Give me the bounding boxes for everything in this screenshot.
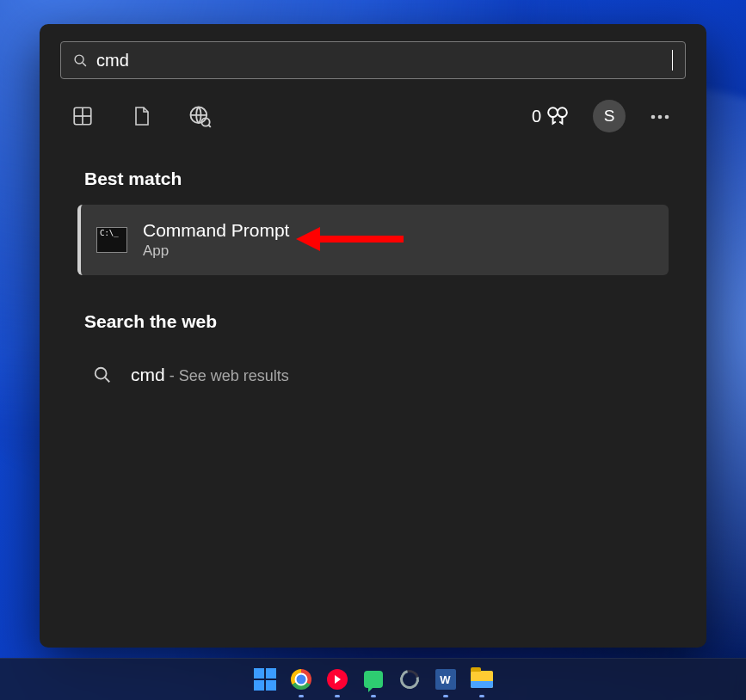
result-name: Command Prompt	[143, 220, 289, 241]
chrome-icon	[291, 669, 311, 690]
command-prompt-app-icon: C:\_	[96, 227, 127, 253]
web-search-result[interactable]: cmd - See web results	[89, 356, 686, 394]
search-icon	[73, 53, 88, 68]
best-match-result[interactable]: C:\_ Command Prompt App	[77, 205, 669, 275]
word-icon: W	[435, 669, 456, 690]
spinner-icon	[396, 666, 422, 692]
svg-line-1	[83, 62, 86, 65]
youtube-music-icon	[327, 669, 348, 690]
svg-line-7	[209, 126, 211, 127]
svg-point-9	[558, 107, 567, 117]
more-options-button[interactable]	[644, 103, 675, 129]
svg-marker-14	[296, 227, 320, 251]
search-icon	[93, 365, 112, 384]
taskbar-chat[interactable]	[361, 667, 385, 691]
svg-point-15	[96, 368, 107, 379]
windows-logo-icon	[254, 668, 276, 691]
web-filter-icon[interactable]	[188, 104, 212, 128]
taskbar-youtube-music[interactable]	[325, 667, 349, 691]
rewards-medal-icon	[546, 105, 569, 127]
svg-point-0	[75, 55, 83, 64]
search-box[interactable]	[60, 41, 686, 79]
web-result-tail: See web results	[179, 367, 289, 384]
taskbar-file-explorer[interactable]	[470, 667, 494, 691]
chat-icon	[364, 671, 383, 688]
start-button[interactable]	[253, 667, 277, 691]
text-cursor	[672, 50, 673, 71]
result-kind: App	[143, 243, 289, 260]
apps-filter-icon[interactable]	[71, 104, 95, 128]
taskbar-word[interactable]: W	[434, 667, 458, 691]
web-result-separator: -	[165, 367, 179, 384]
taskbar-chrome[interactable]	[289, 667, 313, 691]
avatar-letter: S	[604, 107, 615, 126]
best-match-heading: Best match	[84, 169, 686, 189]
taskbar: W	[0, 658, 746, 700]
rewards-count: 0	[532, 107, 541, 126]
file-explorer-icon	[471, 671, 493, 688]
svg-line-16	[105, 378, 109, 382]
more-icon	[650, 114, 670, 120]
documents-filter-icon[interactable]	[129, 104, 153, 128]
search-web-heading: Search the web	[84, 311, 686, 332]
search-filter-row: 0 S	[60, 100, 686, 132]
web-result-term: cmd	[131, 365, 165, 384]
svg-point-8	[548, 107, 558, 117]
rewards-button[interactable]: 0	[532, 105, 569, 127]
svg-point-10	[651, 115, 656, 120]
annotation-arrow	[296, 224, 408, 255]
svg-point-11	[658, 115, 663, 120]
start-search-panel: 0 S Best match C:\_ Command Prompt App S…	[40, 24, 706, 648]
taskbar-loading-app[interactable]	[398, 667, 422, 691]
search-input[interactable]	[88, 51, 674, 71]
svg-point-12	[665, 115, 669, 120]
user-avatar[interactable]: S	[593, 100, 626, 132]
